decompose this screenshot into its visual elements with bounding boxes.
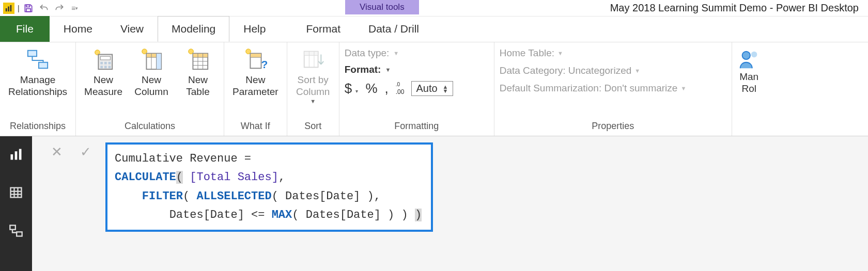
formula-measure-ref: [Total Sales]: [190, 171, 278, 184]
manage-relationships-button[interactable]: Manage Relationships: [5, 45, 70, 100]
tab-data-drill[interactable]: Data / Drill: [354, 16, 433, 42]
group-label-relationships: Relationships: [5, 118, 70, 136]
column-icon: [140, 47, 163, 71]
sort-by-column-label: Sort by Column: [296, 74, 330, 98]
relationships-icon: [26, 47, 50, 71]
group-relationships: Manage Relationships Relationships: [0, 42, 76, 136]
format-label: Format:: [345, 64, 381, 75]
tab-view[interactable]: View: [106, 16, 158, 42]
formula-kw-max: MAX: [272, 209, 292, 221]
work-area: ✕ ✓ Cumulative Revenue = CALCULATE( [Tot…: [0, 136, 868, 271]
number-format-buttons: $ ▾ % , .0.00 Auto ▲▼: [345, 81, 453, 97]
group-label-properties: Properties: [500, 118, 726, 136]
decimal-auto-value: Auto: [416, 83, 437, 94]
svg-rect-12: [109, 62, 111, 65]
chevron-down-icon: ▼: [634, 68, 640, 74]
group-label-formatting: Formatting: [345, 118, 489, 136]
format-dropdown[interactable]: Format: ▼: [345, 64, 453, 75]
sort-by-column-button[interactable]: Sort by Column ▼: [292, 45, 334, 106]
svg-text:?: ?: [261, 58, 268, 70]
canvas-area: ✕ ✓ Cumulative Revenue = CALCULATE( [Tot…: [32, 136, 868, 271]
chevron-down-icon: ▼: [385, 67, 391, 73]
report-view-button[interactable]: [7, 146, 25, 163]
chevron-down-icon: ▼: [680, 85, 686, 91]
svg-rect-42: [11, 188, 22, 198]
quick-access-toolbar: ≡▾: [23, 3, 81, 14]
group-label-sort: Sort: [292, 118, 334, 136]
manage-relationships-label: Manage Relationships: [8, 74, 67, 98]
data-view-button[interactable]: [7, 184, 25, 201]
new-table-label: New Table: [186, 74, 209, 98]
percent-button[interactable]: %: [365, 81, 377, 97]
svg-rect-9: [100, 56, 110, 60]
group-properties: Home Table: ▼ Data Category: Uncategoriz…: [494, 42, 732, 136]
svg-rect-40: [15, 151, 18, 160]
data-type-dropdown[interactable]: Data type: ▼: [345, 47, 453, 59]
app-icon: [3, 3, 14, 14]
new-column-button[interactable]: New Column: [131, 45, 172, 100]
data-type-label: Data type:: [345, 47, 390, 59]
formula-line-1: Cumulative Revenue =: [115, 152, 251, 165]
group-label-security: [737, 129, 761, 136]
formula-bar[interactable]: Cumulative Revenue = CALCULATE( [Total S…: [105, 142, 433, 232]
home-table-label: Home Table:: [500, 47, 554, 59]
redo-icon[interactable]: [54, 3, 65, 14]
currency-button[interactable]: $ ▾: [345, 81, 359, 97]
decimal-auto-spinner[interactable]: Auto ▲▼: [411, 81, 453, 96]
svg-rect-48: [17, 232, 22, 236]
default-summarization-dropdown[interactable]: Default Summarization: Don't summarize ▼: [500, 83, 687, 94]
document-title: May 2018 Learning Summit Demo - Power BI…: [610, 2, 859, 14]
data-category-label: Data Category: Uncategorized: [500, 65, 632, 76]
parameter-icon: ?: [243, 47, 267, 71]
undo-icon[interactable]: [38, 3, 50, 14]
tab-format[interactable]: Format: [292, 16, 354, 42]
chevron-down-icon: ▼: [310, 98, 316, 104]
svg-rect-3: [26, 5, 29, 7]
contextual-tab-label: Visual tools: [345, 0, 419, 14]
svg-rect-6: [39, 62, 48, 69]
svg-point-38: [751, 52, 757, 58]
group-security: Man Rol: [732, 42, 761, 136]
tab-modeling[interactable]: Modeling: [158, 16, 229, 42]
model-view-button[interactable]: [7, 222, 25, 240]
manage-roles-label: Man Rol: [739, 71, 758, 95]
svg-rect-41: [19, 149, 22, 160]
formula-kw-filter: FILTER: [142, 190, 183, 203]
cancel-formula-button[interactable]: ✕: [48, 142, 66, 161]
svg-rect-14: [104, 66, 107, 68]
svg-rect-0: [6, 8, 7, 11]
tab-home[interactable]: Home: [50, 16, 106, 42]
customize-qat-icon[interactable]: ≡▾: [69, 3, 81, 14]
new-table-button[interactable]: New Table: [177, 45, 219, 100]
svg-rect-15: [109, 66, 111, 68]
title-bar: | ≡▾ Visual tools May 2018 Learning Summ…: [0, 0, 868, 17]
tab-help[interactable]: Help: [229, 16, 280, 42]
decimal-places-icon[interactable]: .0.00: [396, 82, 405, 95]
chevron-down-icon: ▼: [557, 50, 563, 56]
home-table-dropdown[interactable]: Home Table: ▼: [500, 47, 687, 59]
commit-formula-button[interactable]: ✓: [76, 142, 95, 161]
svg-rect-31: [251, 54, 261, 58]
new-parameter-label: New Parameter: [233, 74, 278, 98]
roles-icon: [737, 47, 761, 71]
new-column-label: New Column: [134, 74, 168, 98]
formula-kw-allselected: ALLSELECTED: [196, 190, 271, 203]
svg-rect-4: [26, 8, 30, 11]
data-category-dropdown[interactable]: Data Category: Uncategorized ▼: [500, 65, 687, 76]
save-icon[interactable]: [23, 3, 34, 14]
ribbon-tabs: File Home View Modeling Help Format Data…: [0, 17, 868, 42]
new-measure-button[interactable]: New Measure: [81, 45, 126, 100]
manage-roles-button[interactable]: Man Rol: [737, 45, 761, 95]
svg-rect-21: [157, 54, 162, 70]
tab-file[interactable]: File: [0, 16, 50, 42]
svg-rect-13: [100, 66, 103, 68]
svg-rect-5: [28, 51, 37, 57]
new-parameter-button[interactable]: ? New Parameter: [229, 45, 282, 100]
group-calculations: New Measure New Column New Table Calcula…: [76, 42, 224, 136]
svg-rect-10: [100, 62, 103, 65]
group-label-calculations: Calculations: [81, 118, 219, 136]
svg-rect-2: [10, 5, 12, 11]
ribbon: Manage Relationships Relationships New M…: [0, 42, 868, 136]
chevron-down-icon: ▼: [393, 50, 399, 56]
thousands-separator-button[interactable]: ,: [385, 81, 389, 97]
